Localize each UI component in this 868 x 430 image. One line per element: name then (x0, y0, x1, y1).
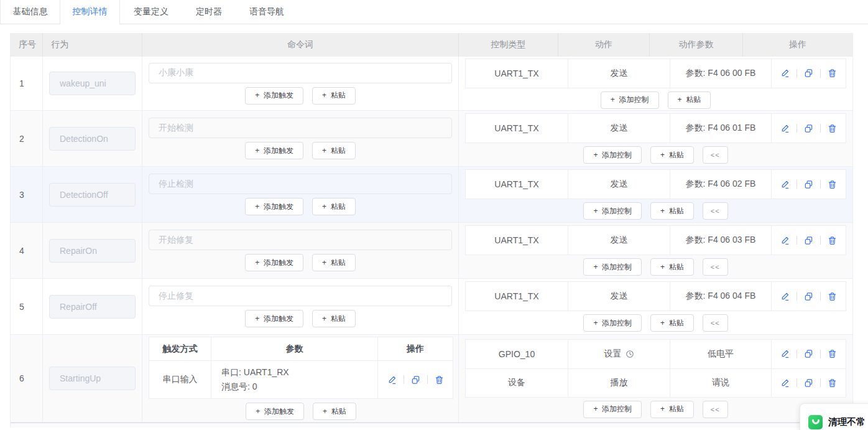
control-param: 请说 (670, 369, 772, 397)
add-trigger-button[interactable]: + 添加触发 (246, 403, 304, 420)
delete-icon[interactable] (828, 349, 837, 358)
collapse-button[interactable]: << (703, 202, 728, 220)
control-param: 参数: F4 06 04 FB (670, 282, 772, 311)
command-input[interactable]: 开始检测 (149, 118, 452, 138)
edit-icon[interactable] (780, 292, 790, 301)
trigger-header-ops: 操作 (378, 337, 453, 360)
paste-control-button[interactable]: + 粘贴 (650, 314, 694, 332)
tab-timer[interactable]: 定时器 (182, 0, 236, 24)
behavior-input[interactable]: RepairOn (49, 239, 136, 263)
paste-control-button[interactable]: + 粘贴 (668, 91, 711, 109)
copy-icon[interactable] (804, 378, 813, 388)
behavior-input[interactable]: DetectionOff (49, 183, 136, 207)
paste-control-button[interactable]: + 粘贴 (650, 401, 694, 418)
control-action: 发送 (568, 282, 670, 311)
command-input[interactable]: 停止检测 (149, 174, 452, 194)
add-control-button[interactable]: + 添加控制 (583, 401, 642, 418)
add-control-button[interactable]: + 添加控制 (583, 258, 642, 276)
add-trigger-button[interactable]: + 添加触发 (245, 198, 303, 215)
copy-icon[interactable] (804, 68, 813, 78)
next-row-sliver (11, 423, 852, 428)
paste-trigger-button[interactable]: + 粘贴 (312, 310, 356, 327)
control-action: 发送 (568, 226, 670, 255)
copy-icon[interactable] (804, 349, 813, 358)
edit-icon[interactable] (780, 124, 790, 133)
behavior-input[interactable]: RepairOff (49, 295, 136, 319)
command-input[interactable]: 小康小康 (149, 63, 452, 83)
control-param: 参数: F4 06 02 FB (670, 170, 772, 199)
behavior-input[interactable]: DetectionOn (49, 127, 136, 151)
delete-icon[interactable] (828, 68, 837, 78)
cleaner-app-icon (808, 415, 823, 429)
copy-icon[interactable] (804, 124, 813, 133)
divider (427, 375, 428, 384)
table-row: 1 wakeup_uni 小康小康 + 添加触发 + 粘贴 UART1_TX 发… (11, 57, 852, 111)
divider (820, 124, 821, 133)
divider (820, 236, 821, 245)
add-control-button[interactable]: + 添加控制 (583, 202, 642, 220)
add-control-button[interactable]: + 添加控制 (583, 146, 642, 164)
trigger-header-method: 触发方式 (149, 337, 211, 360)
add-control-button[interactable]: + 添加控制 (601, 91, 659, 109)
delete-icon[interactable] (828, 378, 837, 388)
control-subtable: UART1_TX 发送 参数: F4 06 02 FB (465, 169, 846, 199)
delete-icon[interactable] (828, 180, 837, 189)
paste-control-button[interactable]: + 粘贴 (650, 146, 694, 164)
edit-icon[interactable] (780, 68, 790, 78)
delete-icon[interactable] (828, 292, 837, 301)
collapse-button[interactable]: << (703, 258, 728, 276)
copy-icon[interactable] (411, 375, 420, 385)
add-trigger-button[interactable]: + 添加触发 (245, 142, 303, 159)
delete-icon[interactable] (828, 236, 837, 245)
row-index: 2 (11, 111, 43, 166)
paste-trigger-button[interactable]: + 粘贴 (312, 254, 356, 271)
divider (796, 69, 797, 78)
add-trigger-button[interactable]: + 添加触发 (245, 87, 303, 105)
paste-trigger-button[interactable]: + 粘贴 (313, 403, 356, 420)
tab-basic-info[interactable]: 基础信息 (0, 0, 60, 24)
collapse-button[interactable]: << (703, 146, 728, 164)
divider (820, 69, 821, 78)
edit-icon[interactable] (780, 180, 790, 189)
control-action: 播放 (568, 369, 670, 397)
divider (796, 292, 797, 301)
control-subtable: UART1_TX 发送 参数: F4 06 04 FB (465, 281, 846, 311)
tab-variable-definition[interactable]: 变量定义 (120, 0, 182, 24)
add-trigger-button[interactable]: + 添加触发 (245, 254, 303, 271)
tab-voice-navigation[interactable]: 语音导航 (236, 0, 298, 24)
paste-trigger-button[interactable]: + 粘贴 (312, 87, 356, 105)
control-param: 参数: F4 06 03 FB (670, 226, 772, 255)
edit-icon[interactable] (780, 236, 790, 245)
add-control-button[interactable]: + 添加控制 (583, 314, 642, 332)
control-type: UART1_TX (466, 226, 568, 255)
edit-icon[interactable] (780, 378, 790, 388)
collapse-button[interactable]: << (703, 314, 728, 332)
behavior-input[interactable]: wakeup_uni (49, 72, 136, 95)
control-param: 参数: F4 06 00 FB (670, 59, 772, 88)
behavior-input[interactable]: StartingUp (49, 367, 136, 390)
control-type: GPIO_10 (466, 340, 568, 368)
paste-trigger-button[interactable]: + 粘贴 (312, 198, 356, 215)
divider (796, 236, 797, 245)
edit-icon[interactable] (387, 375, 397, 385)
copy-icon[interactable] (804, 236, 813, 245)
header-command: 命令词 (142, 33, 459, 57)
delete-icon[interactable] (435, 375, 444, 385)
delete-icon[interactable] (828, 124, 837, 133)
cleaner-toast[interactable]: 清理不常 (800, 403, 868, 430)
copy-icon[interactable] (804, 292, 813, 301)
copy-icon[interactable] (804, 180, 813, 189)
edit-icon[interactable] (780, 349, 790, 358)
command-input[interactable]: 停止修复 (149, 286, 452, 306)
paste-trigger-button[interactable]: + 粘贴 (312, 142, 356, 159)
tab-control-details[interactable]: 控制详情 (60, 0, 120, 24)
paste-control-button[interactable]: + 粘贴 (650, 258, 694, 276)
command-input[interactable]: 开始修复 (149, 230, 452, 250)
row-index: 6 (11, 335, 43, 422)
collapse-button[interactable]: << (703, 401, 728, 418)
control-action: 设置 (604, 348, 622, 360)
row-index: 5 (11, 279, 43, 334)
divider (796, 180, 797, 189)
add-trigger-button[interactable]: + 添加触发 (245, 310, 303, 327)
paste-control-button[interactable]: + 粘贴 (650, 202, 694, 220)
